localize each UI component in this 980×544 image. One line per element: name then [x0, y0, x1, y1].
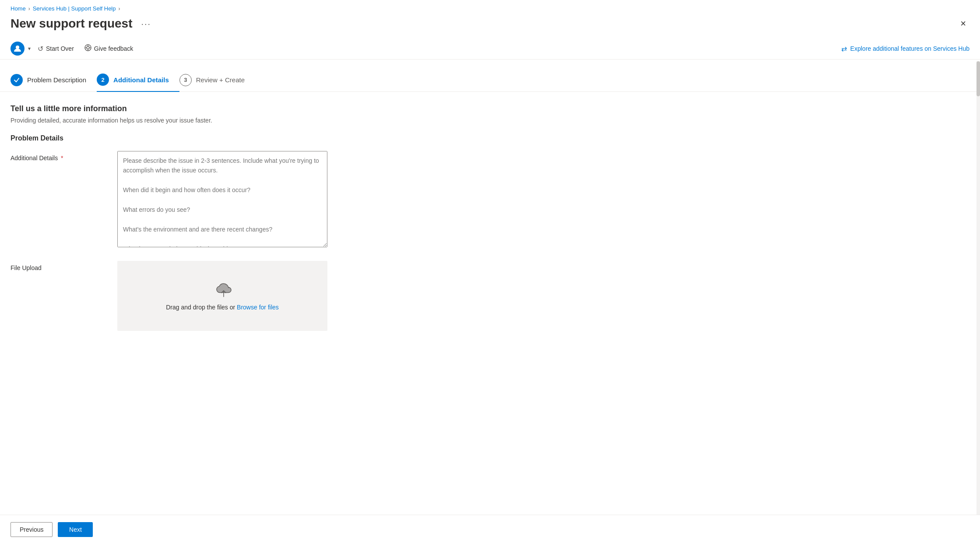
svg-point-2	[87, 46, 89, 49]
breadcrumb-home[interactable]: Home	[11, 5, 26, 12]
file-upload-control: Drag and drop the files or Browse for fi…	[117, 261, 327, 331]
toolbar: ▾ ↺ Start Over Give feedback ⇄ Explor	[0, 38, 980, 60]
more-options-button[interactable]: ···	[137, 17, 155, 31]
stepper: Problem Description 2 Additional Details…	[0, 61, 980, 92]
breadcrumb-sep-1: ›	[28, 6, 30, 12]
section-title: Tell us a little more information	[11, 104, 969, 113]
browse-files-link[interactable]: Browse for files	[237, 304, 279, 311]
bottom-navigation: Previous Next	[0, 515, 980, 544]
toolbar-left: ▾ ↺ Start Over Give feedback	[11, 42, 137, 56]
explore-label: Explore additional features on Services …	[850, 45, 969, 52]
start-over-button[interactable]: ↺ Start Over	[34, 42, 77, 56]
explore-features-link[interactable]: ⇄ Explore additional features on Service…	[841, 45, 969, 53]
additional-details-label: Additional Details *	[11, 151, 107, 161]
additional-details-textarea[interactable]	[117, 151, 327, 247]
main-content: Tell us a little more information Provid…	[0, 92, 980, 526]
breadcrumb-services-hub[interactable]: Services Hub | Support Self Help	[33, 5, 116, 12]
feedback-label: Give feedback	[94, 45, 133, 52]
file-upload-label: File Upload	[11, 261, 107, 271]
svg-point-4	[88, 49, 88, 50]
upload-text: Drag and drop the files or Browse for fi…	[166, 304, 279, 311]
required-indicator: *	[61, 154, 63, 161]
step-2-label: Additional Details	[113, 76, 169, 84]
step-2-additional-details[interactable]: 2 Additional Details	[97, 68, 179, 92]
additional-details-row: Additional Details *	[11, 151, 969, 249]
step-1-problem-description[interactable]: Problem Description	[11, 69, 97, 91]
svg-point-6	[90, 47, 91, 48]
step-2-circle: 2	[97, 74, 109, 86]
page-header: New support request ··· ×	[0, 14, 980, 38]
step-3-circle: 3	[179, 74, 192, 86]
svg-point-0	[16, 46, 19, 49]
step-3-review-create[interactable]: 3 Review + Create	[179, 69, 255, 91]
user-icon	[14, 45, 21, 53]
svg-point-3	[88, 45, 88, 46]
close-button[interactable]: ×	[957, 16, 969, 31]
breadcrumb-sep-2: ›	[119, 6, 120, 12]
step-3-label: Review + Create	[196, 76, 245, 84]
user-avatar	[11, 42, 25, 56]
breadcrumb: Home › Services Hub | Support Self Help …	[0, 0, 980, 14]
feedback-svg-icon	[84, 44, 91, 51]
section-subtitle: Providing detailed, accurate information…	[11, 117, 969, 124]
step-1-label: Problem Description	[27, 76, 86, 84]
svg-point-5	[85, 47, 86, 48]
give-feedback-button[interactable]: Give feedback	[81, 42, 137, 56]
page-title-row: New support request ···	[11, 17, 155, 31]
scrollbar-thumb[interactable]	[976, 61, 980, 96]
file-upload-row: File Upload Drag and drop the files or B…	[11, 261, 969, 331]
feedback-icon	[84, 44, 91, 53]
cloud-upload-icon	[212, 281, 233, 298]
user-dropdown-arrow[interactable]: ▾	[28, 46, 31, 52]
file-upload-zone[interactable]: Drag and drop the files or Browse for fi…	[117, 261, 327, 331]
additional-details-control	[117, 151, 327, 249]
problem-details-title: Problem Details	[11, 134, 969, 142]
start-over-label: Start Over	[46, 45, 74, 52]
previous-button[interactable]: Previous	[11, 522, 53, 537]
scrollbar-track	[976, 61, 980, 518]
next-button[interactable]: Next	[58, 522, 93, 537]
checkmark-icon	[14, 77, 20, 83]
page-title: New support request	[11, 17, 132, 31]
step-1-circle	[11, 74, 23, 86]
start-over-icon: ↺	[38, 45, 43, 53]
explore-icon: ⇄	[841, 45, 847, 53]
